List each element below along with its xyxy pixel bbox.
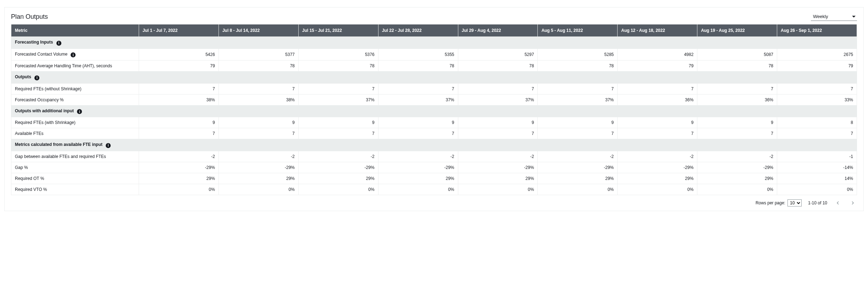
cell: 0% bbox=[618, 184, 697, 195]
cell: -29% bbox=[538, 162, 618, 173]
cell: 0% bbox=[777, 184, 857, 195]
col-date: Aug 5 - Aug 11, 2022 bbox=[538, 24, 618, 37]
rows-per-page-label: Rows per page: bbox=[756, 200, 785, 205]
group-label: Forecasting Inputs bbox=[15, 40, 53, 45]
table-row: Forecasted Occupancy % 38% 38% 37% 37% 3… bbox=[11, 94, 857, 105]
info-icon[interactable]: i bbox=[71, 52, 76, 57]
col-date: Aug 26 - Sep 1, 2022 bbox=[777, 24, 857, 37]
cell: 7 bbox=[139, 83, 219, 94]
group-outputs-additional: Outputs with additional input i bbox=[11, 105, 857, 117]
prev-page-button[interactable] bbox=[834, 199, 842, 207]
cell: 9 bbox=[219, 117, 298, 128]
metric-label: Forecasted Occupancy % bbox=[11, 94, 139, 105]
cell: 5377 bbox=[219, 49, 298, 61]
cell: 29% bbox=[618, 173, 697, 184]
cell: 33% bbox=[777, 94, 857, 105]
info-icon[interactable]: i bbox=[106, 143, 111, 148]
cell: 9 bbox=[378, 117, 458, 128]
table-scroll[interactable]: Metric Jul 1 - Jul 7, 2022 Jul 8 - Jul 1… bbox=[5, 24, 863, 197]
cell: 36% bbox=[618, 94, 697, 105]
col-date: Jul 1 - Jul 7, 2022 bbox=[139, 24, 219, 37]
cell: 29% bbox=[139, 173, 219, 184]
interval-dropdown[interactable]: Weekly bbox=[811, 12, 857, 21]
rows-per-page: Rows per page: 10 bbox=[756, 199, 802, 206]
plan-outputs-panel: Plan Outputs Weekly Metric Jul 1 - Jul 7… bbox=[4, 7, 864, 211]
cell: 5376 bbox=[298, 49, 378, 61]
cell: 8 bbox=[777, 117, 857, 128]
cell: 38% bbox=[139, 94, 219, 105]
cell: 29% bbox=[458, 173, 538, 184]
cell: -29% bbox=[219, 162, 298, 173]
cell: 7 bbox=[697, 83, 777, 94]
cell: -2 bbox=[139, 151, 219, 162]
cell: 29% bbox=[538, 173, 618, 184]
cell: -29% bbox=[298, 162, 378, 173]
table-row: Required OT % 29% 29% 29% 29% 29% 29% 29… bbox=[11, 173, 857, 184]
col-metric: Metric bbox=[11, 24, 139, 37]
cell: 7 bbox=[378, 128, 458, 139]
cell: 29% bbox=[219, 173, 298, 184]
cell: 5297 bbox=[458, 49, 538, 61]
cell: 9 bbox=[618, 117, 697, 128]
group-outputs: Outputs i bbox=[11, 72, 857, 84]
metric-label: Required VTO % bbox=[11, 184, 139, 195]
col-date: Jul 8 - Jul 14, 2022 bbox=[219, 24, 298, 37]
metric-label: Available FTEs bbox=[11, 128, 139, 139]
cell: 2675 bbox=[777, 49, 857, 61]
cell: 38% bbox=[219, 94, 298, 105]
col-date: Jul 22 - Jul 28, 2022 bbox=[378, 24, 458, 37]
chevron-right-icon bbox=[851, 201, 855, 205]
table-footer: Rows per page: 10 1-10 of 10 bbox=[5, 197, 863, 211]
chevron-left-icon bbox=[836, 201, 840, 205]
table-row: Required VTO % 0% 0% 0% 0% 0% 0% 0% 0% 0… bbox=[11, 184, 857, 195]
info-icon[interactable]: i bbox=[34, 75, 39, 80]
cell: 7 bbox=[777, 83, 857, 94]
cell: 7 bbox=[538, 128, 618, 139]
cell: 78 bbox=[697, 61, 777, 72]
cell: -2 bbox=[298, 151, 378, 162]
metric-label: Forecasted Contact Volume bbox=[15, 52, 67, 57]
info-icon[interactable]: i bbox=[77, 109, 82, 114]
pagination-range: 1-10 of 10 bbox=[808, 200, 827, 205]
cell: 79 bbox=[777, 61, 857, 72]
cell: -29% bbox=[697, 162, 777, 173]
cell: 7 bbox=[618, 128, 697, 139]
chevron-down-icon bbox=[852, 16, 856, 17]
cell: 7 bbox=[139, 128, 219, 139]
next-page-button[interactable] bbox=[848, 199, 857, 207]
table-row: Gap % -29% -29% -29% -29% -29% -29% -29%… bbox=[11, 162, 857, 173]
cell: -2 bbox=[219, 151, 298, 162]
group-metrics-from-fte: Metrics calculated from available FTE in… bbox=[11, 139, 857, 151]
cell: 37% bbox=[458, 94, 538, 105]
cell: 0% bbox=[219, 184, 298, 195]
cell: 78 bbox=[458, 61, 538, 72]
info-icon[interactable]: i bbox=[56, 41, 61, 46]
cell: 9 bbox=[458, 117, 538, 128]
cell: 5426 bbox=[139, 49, 219, 61]
plan-outputs-table: Metric Jul 1 - Jul 7, 2022 Jul 8 - Jul 1… bbox=[11, 24, 857, 195]
cell: 78 bbox=[298, 61, 378, 72]
group-label: Outputs bbox=[15, 74, 31, 79]
cell: 7 bbox=[458, 128, 538, 139]
cell: 0% bbox=[298, 184, 378, 195]
cell: 7 bbox=[458, 83, 538, 94]
cell: 7 bbox=[298, 128, 378, 139]
cell: 7 bbox=[538, 83, 618, 94]
metric-label: Required OT % bbox=[11, 173, 139, 184]
cell: 7 bbox=[298, 83, 378, 94]
cell: 9 bbox=[298, 117, 378, 128]
cell: 5285 bbox=[538, 49, 618, 61]
table-row: Gap between available FTEs and required … bbox=[11, 151, 857, 162]
cell: 9 bbox=[697, 117, 777, 128]
table-row: Available FTEs 7 7 7 7 7 7 7 7 7 bbox=[11, 128, 857, 139]
cell: 37% bbox=[378, 94, 458, 105]
group-label: Outputs with additional input bbox=[15, 108, 74, 113]
cell: -29% bbox=[139, 162, 219, 173]
cell: 37% bbox=[298, 94, 378, 105]
cell: -1 bbox=[777, 151, 857, 162]
col-date: Jul 15 - Jul 21, 2022 bbox=[298, 24, 378, 37]
cell: -2 bbox=[458, 151, 538, 162]
cell: -2 bbox=[697, 151, 777, 162]
group-label: Metrics calculated from available FTE in… bbox=[15, 142, 103, 147]
rows-per-page-select[interactable]: 10 bbox=[787, 199, 802, 206]
